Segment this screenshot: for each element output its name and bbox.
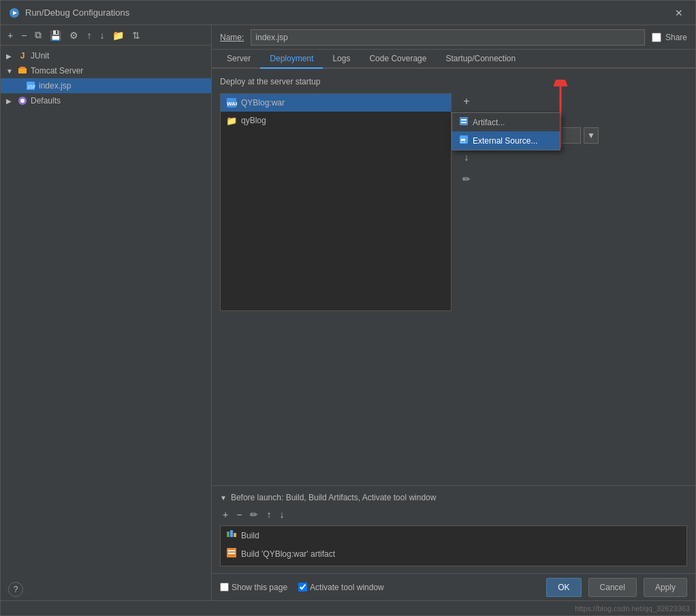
tree-label-index-jsp: index.jsp <box>39 81 71 91</box>
svg-rect-18 <box>230 530 233 537</box>
tree-item-junit[interactable]: ▶ J JUnit <box>1 48 211 63</box>
status-bar: https://blog.csdn.net/qq_32623363 <box>1 600 695 615</box>
before-launch-toolbar: + − ✏ ↑ ↓ <box>220 508 687 521</box>
tab-server[interactable]: Server <box>217 50 260 69</box>
dropdown-external-label: External Source... <box>473 136 537 146</box>
tree-label-defaults: Defaults <box>31 96 61 106</box>
show-page-checkbox-item[interactable]: Show this page <box>220 583 287 592</box>
deploy-add-button[interactable]: + <box>458 93 475 110</box>
bl-artifact-icon <box>226 547 237 560</box>
svg-rect-2 <box>18 68 27 74</box>
bl-down-button[interactable]: ↓ <box>276 508 287 521</box>
before-launch-header: ▼ Before launch: Build, Build Artifacts,… <box>220 493 687 502</box>
bl-item-artifact[interactable]: Build 'QYBlog:war' artifact <box>221 545 686 563</box>
tree-area: ▶ J JUnit ▼ Tomcat Server JSP <box>1 46 211 600</box>
external-source-icon: ⬒ <box>459 135 469 146</box>
bl-up-button[interactable]: ↑ <box>264 508 274 521</box>
before-launch-list: Build Build 'QYBlog:war' artifact <box>220 525 687 566</box>
folder-button[interactable]: 📁 <box>110 29 127 42</box>
left-panel: + − ⧉ 💾 ⚙ ↑ ↓ 📁 ⇅ ▶ J JUnit ▼ <box>1 25 212 600</box>
left-toolbar: + − ⧉ 💾 ⚙ ↑ ↓ 📁 ⇅ <box>1 25 211 46</box>
settings-config-button[interactable]: ⚙ <box>67 29 81 42</box>
junit-icon: J <box>17 50 28 61</box>
svg-rect-22 <box>228 553 235 554</box>
tree-item-index-jsp[interactable]: JSP index.jsp <box>1 78 211 93</box>
deploy-area: WAR QYBlog:war 📁 qyBlog <box>220 93 687 311</box>
bl-remove-button[interactable]: − <box>234 508 244 521</box>
tomcat-icon <box>17 65 28 76</box>
tab-deployment[interactable]: Deployment <box>260 50 323 69</box>
name-input[interactable] <box>251 29 645 46</box>
tab-content: Deploy at the server startup WAR <box>212 69 695 485</box>
svg-rect-12 <box>461 122 466 123</box>
svg-rect-10 <box>460 117 468 125</box>
show-page-label: Show this page <box>232 583 287 592</box>
tree-arrow-tomcat: ▼ <box>6 67 14 75</box>
deploy-edit-button[interactable]: ✏ <box>458 171 475 187</box>
close-button[interactable]: ✕ <box>671 6 687 20</box>
svg-text:WAR: WAR <box>227 101 237 107</box>
tab-code-coverage[interactable]: Code Coverage <box>360 50 436 69</box>
dropdown-artifact-label: Artifact... <box>473 118 505 127</box>
tree-arrow-junit: ▶ <box>6 52 14 60</box>
jsp-icon: JSP <box>25 80 36 91</box>
svg-text:⬒: ⬒ <box>460 137 466 144</box>
dialog-title: Run/Debug Configurations <box>25 7 129 18</box>
before-launch-toggle[interactable]: ▼ <box>220 494 227 502</box>
before-launch-label: Before launch: Build, Build Artifacts, A… <box>231 493 437 502</box>
copy-config-button[interactable]: ⧉ <box>32 28 44 42</box>
help-button[interactable]: ? <box>8 582 23 597</box>
bottom-bar: Show this page Activate tool window OK C… <box>212 573 695 600</box>
before-launch-section: ▼ Before launch: Build, Build Artifacts,… <box>212 485 695 573</box>
tree-item-tomcat[interactable]: ▼ Tomcat Server <box>1 63 211 78</box>
add-config-button[interactable]: + <box>5 29 16 42</box>
content-area: + − ⧉ 💾 ⚙ ↑ ↓ 📁 ⇅ ▶ J JUnit ▼ <box>1 25 695 600</box>
help-area: ? <box>8 582 23 597</box>
apply-button[interactable]: Apply <box>644 578 687 597</box>
move-up-button[interactable]: ↑ <box>84 29 94 42</box>
deploy-label: Deploy at the server startup <box>220 77 687 86</box>
status-url: https://blog.csdn.net/qq_32623363 <box>575 604 690 613</box>
title-bar-left: Run/Debug Configurations <box>9 7 129 18</box>
sort-button[interactable]: ⇅ <box>129 29 143 42</box>
deploy-item-qyblog-war[interactable]: WAR QYBlog:war <box>221 94 451 112</box>
deploy-down-button[interactable]: ↓ <box>458 149 475 165</box>
tabs-bar: Server Deployment Logs Code Coverage Sta… <box>212 50 695 69</box>
cancel-button[interactable]: Cancel <box>588 578 637 597</box>
tree-arrow-defaults: ▶ <box>6 97 14 105</box>
dropdown-item-external-source[interactable]: ⬒ External Source... <box>452 131 560 150</box>
name-label: Name: <box>220 33 244 42</box>
remove-config-button[interactable]: − <box>18 29 29 42</box>
right-panel: Name: Share Server Deployment Logs Code … <box>212 25 695 600</box>
share-label: Share <box>665 33 687 42</box>
dropdown-item-artifact[interactable]: Artifact... <box>452 113 560 131</box>
dropdown-popup: Artifact... ⬒ External Source... <box>452 112 560 150</box>
svg-rect-17 <box>227 532 230 537</box>
tree-label-junit: JUnit <box>31 51 49 61</box>
deploy-list: WAR QYBlog:war 📁 qyBlog <box>220 93 452 311</box>
artifact-icon <box>459 116 469 128</box>
war-icon: WAR <box>226 97 237 108</box>
deploy-item-qyblog[interactable]: 📁 qyBlog <box>221 112 451 129</box>
bl-edit-button[interactable]: ✏ <box>247 508 261 521</box>
app-context-dropdown-btn[interactable]: ▼ <box>584 127 599 144</box>
tree-item-defaults[interactable]: ▶ Defaults <box>1 93 211 108</box>
share-checkbox[interactable] <box>652 33 661 42</box>
share-area: Share <box>652 33 687 42</box>
bl-build-icon <box>226 529 237 542</box>
save-config-button[interactable]: 💾 <box>47 29 64 42</box>
svg-text:JSP: JSP <box>27 84 35 89</box>
activate-tool-checkbox-item[interactable]: Activate tool window <box>298 583 384 592</box>
svg-rect-11 <box>461 119 466 120</box>
tab-logs[interactable]: Logs <box>323 50 360 69</box>
tree-label-tomcat: Tomcat Server <box>31 66 83 76</box>
ok-button[interactable]: OK <box>546 578 581 597</box>
tab-startup-connection[interactable]: Startup/Connection <box>436 50 525 69</box>
deploy-item-label-folder: qyBlog <box>241 116 266 125</box>
activate-tool-checkbox[interactable] <box>298 583 307 591</box>
defaults-icon <box>17 95 28 106</box>
show-page-checkbox[interactable] <box>220 583 229 591</box>
bl-item-build[interactable]: Build <box>221 526 686 545</box>
bl-add-button[interactable]: + <box>220 508 231 521</box>
move-down-button[interactable]: ↓ <box>97 29 107 42</box>
